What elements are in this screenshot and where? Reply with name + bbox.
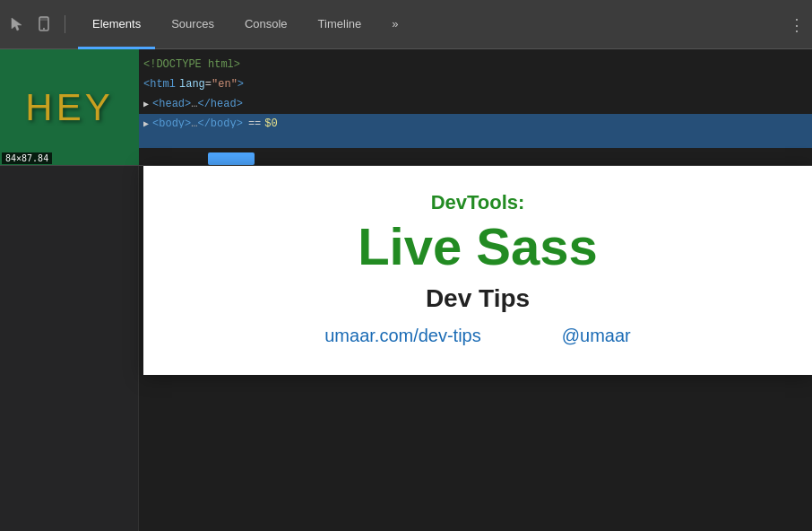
svg-marker-0 [12, 18, 22, 30]
devtools-icon-group [7, 14, 69, 34]
tab-sources[interactable]: Sources [157, 1, 229, 49]
settings-button[interactable]: ⋮ [789, 15, 805, 34]
link-website[interactable]: umaar.com/dev-tips [324, 326, 481, 346]
svg-point-3 [43, 28, 45, 30]
tab-console[interactable]: Console [230, 1, 302, 49]
size-badge: 84×87.84 [2, 152, 52, 164]
devtools-bar-right: ⋮ [789, 15, 805, 34]
overlay-subtitle: DevTools: [161, 191, 794, 214]
left-sidebar [0, 166, 139, 531]
tab-more[interactable]: » [377, 1, 412, 49]
tab-elements[interactable]: Elements [78, 1, 155, 49]
cursor-icon[interactable] [7, 14, 27, 34]
html-panel: HEY 84×87.84 <!DOCTYPE html> <html lang … [0, 49, 812, 166]
overlay-card: DevTools: Live Sass Dev Tips umaar.com/d… [143, 166, 812, 375]
overlay-title: Live Sass [161, 218, 794, 275]
device-icon[interactable] [34, 14, 54, 34]
overlay-section: Dev Tips [161, 284, 794, 313]
devtools-tab-list: Elements Sources Console Timeline » [78, 0, 413, 48]
page-thumbnail: HEY 84×87.84 [0, 49, 139, 166]
hey-label: HEY [25, 86, 113, 129]
link-twitter[interactable]: @umaar [562, 326, 631, 346]
overlay-links: umaar.com/dev-tips @umaar [161, 326, 794, 346]
divider [65, 15, 65, 33]
devtools-toolbar: Elements Sources Console Timeline » ⋮ [0, 0, 812, 49]
inspect-button[interactable] [208, 152, 255, 165]
svg-rect-2 [39, 17, 48, 21]
tab-timeline[interactable]: Timeline [304, 1, 376, 49]
